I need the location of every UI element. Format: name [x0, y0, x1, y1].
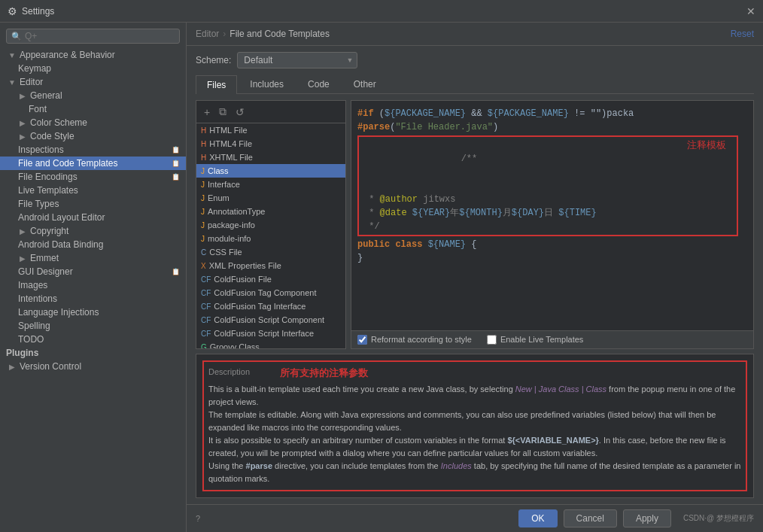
tab-code[interactable]: Code — [296, 74, 341, 93]
sidebar-item-live-templates[interactable]: Live Templates — [0, 184, 186, 197]
sidebar-item-emmet[interactable]: ▶ Emmet — [0, 251, 186, 265]
copy-template-button[interactable]: ⧉ — [216, 104, 230, 120]
sidebar-item-label: General — [30, 90, 180, 101]
file-item-interface[interactable]: J Interface — [196, 178, 345, 191]
close-button[interactable]: ✕ — [746, 5, 755, 17]
sidebar-item-label: Android Layout Editor — [18, 212, 180, 223]
expand-icon: ▶ — [17, 227, 29, 236]
html4-icon: H — [201, 140, 206, 148]
sidebar-item-language-injections[interactable]: Language Injections — [0, 306, 186, 319]
file-item-package-info[interactable]: J package-info — [196, 218, 345, 232]
sidebar-item-label: Font — [29, 104, 180, 114]
help-button[interactable]: ? — [196, 514, 200, 523]
file-item-cf-tag-component[interactable]: CF ColdFusion Tag Component — [196, 286, 345, 299]
file-item-label: XHTML File — [209, 153, 253, 162]
java-icon: J — [201, 235, 205, 243]
tab-other[interactable]: Other — [342, 74, 388, 93]
code-line: } — [357, 251, 747, 265]
file-item-cf-tag-interface[interactable]: CF ColdFusion Tag Interface — [196, 299, 345, 313]
scheme-select[interactable]: Default Project — [237, 52, 357, 68]
apply-button[interactable]: Apply — [623, 509, 671, 527]
file-panel-toolbar: + ⧉ ↺ — [196, 101, 345, 123]
title-text: Settings — [22, 6, 54, 17]
file-item-cf-script-interface[interactable]: CF ColdFusion Script Interface — [196, 327, 345, 340]
file-item-label: HTML4 File — [209, 139, 252, 148]
xhtml-icon: H — [201, 154, 206, 162]
live-templates-checkbox-label[interactable]: Enable Live Templates — [487, 335, 583, 345]
search-box[interactable]: 🔍 — [6, 29, 180, 44]
code-editor[interactable]: #if (${PACKAGE_NAME} && ${PACKAGE_NAME} … — [351, 101, 753, 330]
sidebar-item-label: GUI Designer — [18, 266, 172, 277]
java-icon: J — [201, 221, 205, 230]
sidebar-item-label: Intentions — [18, 293, 180, 304]
sidebar-item-images[interactable]: Images — [0, 278, 186, 292]
cf-icon: CF — [201, 316, 211, 324]
sidebar-item-label: File Types — [18, 199, 180, 209]
live-templates-checkbox[interactable] — [487, 335, 497, 345]
reset-button[interactable]: Reset — [731, 29, 754, 39]
add-template-button[interactable]: + — [201, 105, 213, 120]
sidebar-item-keymap[interactable]: Keymap — [0, 62, 186, 75]
sidebar-item-label: Live Templates — [18, 185, 180, 196]
sidebar-item-plugins[interactable]: Plugins — [0, 346, 186, 360]
file-item-label: AnnotationType — [208, 207, 265, 216]
description-text: This is a built-in template used each ti… — [208, 383, 741, 485]
cancel-button[interactable]: Cancel — [564, 509, 617, 527]
tab-includes[interactable]: Includes — [239, 74, 295, 93]
sidebar-item-file-types[interactable]: File Types — [0, 197, 186, 211]
reformat-checkbox[interactable] — [357, 335, 367, 345]
file-item-groovy-class[interactable]: G Groovy Class — [196, 340, 345, 348]
panels: + ⧉ ↺ H HTML File H HTML4 File — [196, 100, 754, 349]
sidebar-item-android-layout-editor[interactable]: Android Layout Editor — [0, 211, 186, 224]
file-item-html4[interactable]: H HTML4 File — [196, 137, 345, 150]
reformat-checkbox-label[interactable]: Reformat according to style — [357, 335, 472, 345]
expand-icon: ▶ — [17, 119, 29, 127]
file-item-class[interactable]: J Class — [196, 164, 345, 178]
description-chinese-label: 所有支持的注释参数 — [280, 366, 368, 380]
sidebar-item-label: Color Scheme — [30, 117, 180, 128]
file-item-module-info[interactable]: J module-info — [196, 232, 345, 245]
breadcrumb-separator: › — [223, 29, 226, 39]
file-item-annotation[interactable]: J AnnotationType — [196, 205, 345, 218]
code-line: #if (${PACKAGE_NAME} && ${PACKAGE_NAME} … — [357, 107, 747, 120]
sidebar-item-version-control[interactable]: ▶ Version Control — [0, 360, 186, 373]
file-item-cf-script-component[interactable]: CF ColdFusion Script Component — [196, 313, 345, 327]
sidebar-item-font[interactable]: Font — [0, 102, 186, 116]
file-item-coldfusion[interactable]: CF ColdFusion File — [196, 272, 345, 286]
file-item-label: Groovy Class — [210, 342, 260, 348]
file-list: H HTML File H HTML4 File H XHTML File — [196, 123, 345, 348]
inspections-badge: 📋 — [172, 146, 180, 154]
breadcrumb: Editor › File and Code Templates Reset — [187, 23, 763, 46]
sidebar-item-editor[interactable]: ▼ Editor — [0, 75, 186, 89]
expand-icon: ▼ — [6, 51, 18, 59]
scheme-row: Scheme: Default Project — [196, 52, 754, 68]
sidebar-item-appearance[interactable]: ▼ Appearance & Behavior — [0, 48, 186, 62]
sidebar-item-intentions[interactable]: Intentions — [0, 292, 186, 306]
revert-template-button[interactable]: ↺ — [233, 105, 248, 120]
sidebar-item-copyright[interactable]: ▶ Copyright — [0, 224, 186, 238]
tab-files[interactable]: Files — [196, 75, 237, 94]
sidebar-item-code-style[interactable]: ▶ Code Style — [0, 129, 186, 143]
code-line: /** 注释模板 — [363, 138, 732, 193]
sidebar-item-label: Version Control — [20, 361, 180, 372]
file-item-enum[interactable]: J Enum — [196, 191, 345, 205]
sidebar-item-gui-designer[interactable]: GUI Designer 📋 — [0, 265, 186, 278]
scheme-select-wrap[interactable]: Default Project — [237, 52, 357, 68]
search-input[interactable] — [25, 31, 175, 41]
description-title: Description — [208, 367, 250, 376]
file-item-xhtml[interactable]: H XHTML File — [196, 150, 345, 164]
sidebar-item-label: TODO — [18, 334, 180, 345]
sidebar-item-file-and-code-templates[interactable]: File and Code Templates 📋 — [0, 157, 186, 170]
sidebar-item-android-data-binding[interactable]: Android Data Binding — [0, 238, 186, 251]
sidebar-item-inspections[interactable]: Inspections 📋 — [0, 143, 186, 157]
file-item-html[interactable]: H HTML File — [196, 123, 345, 137]
sidebar-item-file-encodings[interactable]: File Encodings 📋 — [0, 170, 186, 184]
ok-button[interactable]: OK — [518, 509, 557, 527]
sidebar-item-general[interactable]: ▶ General — [0, 89, 186, 102]
title-bar: ⚙ Settings ✕ — [0, 0, 763, 23]
file-item-css[interactable]: C CSS File — [196, 245, 345, 259]
sidebar-item-spelling[interactable]: Spelling — [0, 319, 186, 333]
file-item-xml-properties[interactable]: X XML Properties File — [196, 259, 345, 272]
sidebar-item-todo[interactable]: TODO — [0, 333, 186, 346]
sidebar-item-color-scheme[interactable]: ▶ Color Scheme — [0, 116, 186, 129]
